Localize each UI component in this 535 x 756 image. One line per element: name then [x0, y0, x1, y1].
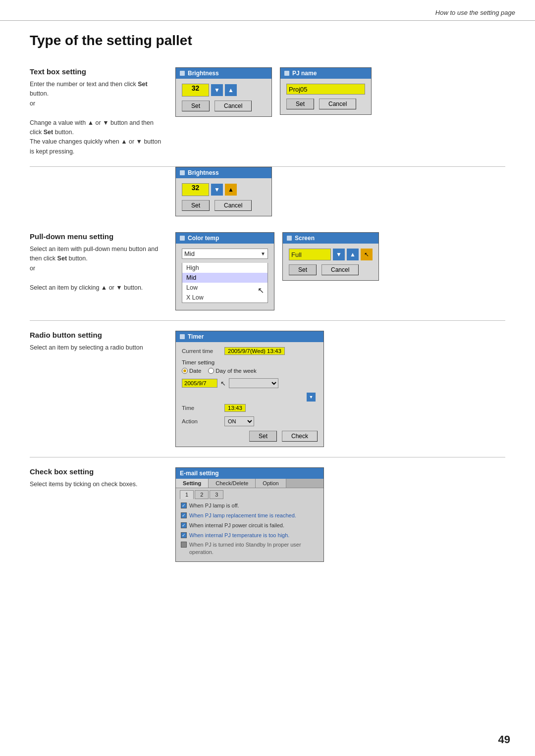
section-heading-pull-down: Pull-down menu setting — [30, 232, 163, 241]
section-checkbox: Check box setting Select items by tickin… — [30, 457, 505, 572]
brightness-down-btn-1[interactable]: ▼ — [211, 84, 223, 96]
email-sub-tab-2[interactable]: 2 — [195, 490, 209, 499]
brightness-cancel-btn-1[interactable]: Cancel — [214, 101, 252, 111]
section-screenshots-text-box: Brightness 32 ▼ ▲ Set Cancel — [175, 67, 505, 117]
colortemp-option-xlow[interactable]: X Low — [182, 293, 268, 302]
section-screenshots-checkbox: E-mail setting Setting Check/Delete Opti… — [175, 467, 505, 562]
email-tab-setting[interactable]: Setting — [176, 479, 209, 488]
screen-widget: Screen Full ▼ ▲ ↖ Set C — [282, 232, 379, 281]
brightness-cancel-btn-2[interactable]: Cancel — [214, 200, 252, 211]
checkbox-text-2: When internal PJ power circuit is failed… — [189, 522, 319, 529]
timer-current-label: Current time — [182, 348, 221, 354]
section-screenshots-radio: Timer Current time 2005/9/7(Wed) 13:43 T… — [175, 331, 505, 447]
screen-cancel-btn[interactable]: Cancel — [321, 264, 359, 275]
screen-row: Full ▼ ▲ ↖ — [289, 249, 373, 260]
checkbox-0[interactable] — [181, 503, 187, 508]
checkbox-row-0: When PJ lamp is off. — [181, 502, 319, 509]
timer-body: Current time 2005/9/7(Wed) 13:43 Timer s… — [176, 342, 323, 447]
timer-radio-date[interactable]: Date — [182, 368, 201, 374]
main-content: Text box setting Enter the number or tex… — [0, 57, 535, 592]
brightness-btn-row-2: Set Cancel — [182, 200, 266, 211]
screen-box: Screen Full ▼ ▲ ↖ Set C — [282, 232, 379, 281]
pjname-input[interactable]: Proj05 — [286, 84, 365, 95]
brightness-body-1: 32 ▼ ▲ Set Cancel — [176, 79, 271, 116]
screen-set-btn[interactable]: Set — [289, 264, 317, 275]
timer-time-label: Time — [182, 405, 221, 411]
screen-up-btn[interactable]: ▲ — [347, 249, 359, 260]
timer-box: Timer Current time 2005/9/7(Wed) 13:43 T… — [175, 331, 324, 447]
timer-radio-date-label: Date — [189, 368, 201, 374]
timer-day-select[interactable] — [229, 378, 278, 388]
timer-current-value: 2005/9/7(Wed) 13:43 — [224, 347, 285, 355]
pjname-cancel-btn[interactable]: Cancel — [319, 99, 356, 109]
timer-time-row: Time 13:43 — [182, 404, 318, 412]
timer-set-btn[interactable]: Set — [249, 431, 277, 442]
timer-action-select[interactable]: ON — [224, 416, 254, 426]
email-box: E-mail setting Setting Check/Delete Opti… — [175, 467, 324, 562]
brightness-titlebar-icon-1 — [180, 71, 185, 76]
checkbox-2[interactable] — [181, 522, 187, 528]
section-radio: Radio button setting Select an item by s… — [30, 321, 505, 457]
screen-select[interactable]: Full — [289, 249, 331, 260]
brightness-down-btn-2[interactable]: ▼ — [211, 184, 223, 196]
brightness-widget-1: Brightness 32 ▼ ▲ Set Cancel — [175, 67, 272, 117]
checkbox-4[interactable] — [181, 542, 187, 548]
checkbox-3[interactable] — [181, 532, 187, 538]
page-header: How to use the setting page — [0, 0, 535, 21]
screen-dropdown-btn[interactable]: ▼ — [333, 249, 345, 260]
colortemp-dropdown-selected[interactable]: Mid ▼ — [182, 249, 268, 259]
colortemp-option-high[interactable]: High — [182, 263, 268, 273]
email-sub-tab-1[interactable]: 1 — [180, 490, 194, 499]
brightness-widget-2: Brightness 32 ▼ ▲ Set Cancel — [175, 167, 272, 216]
checkbox-1[interactable] — [181, 512, 187, 518]
brightness-titlebar-icon-2 — [180, 170, 185, 175]
brightness-set-btn-2[interactable]: Set — [182, 200, 210, 211]
brightness-box-1: Brightness 32 ▼ ▲ Set Cancel — [175, 67, 272, 117]
timer-small-down-btn[interactable]: ▼ — [307, 393, 316, 402]
pjname-title: PJ name — [292, 70, 317, 77]
pjname-body: Proj05 Set Cancel — [280, 79, 371, 114]
email-sub-tab-3[interactable]: 3 — [210, 490, 223, 499]
email-tab-checkdelete[interactable]: Check/Delete — [209, 479, 256, 488]
timer-radio-date-circle[interactable] — [182, 368, 188, 374]
email-sub-tabs: 1 2 3 — [180, 490, 320, 499]
pjname-widget: PJ name Proj05 Set Cancel — [280, 67, 372, 115]
screen-cursor-btn[interactable]: ↖ — [361, 249, 373, 260]
checkbox-text-4: When PJ is turned into Standby In proper… — [189, 541, 319, 556]
checkbox-row-2: When internal PJ power circuit is failed… — [181, 522, 319, 529]
brightness-up-btn-1[interactable]: ▲ — [225, 84, 237, 96]
timer-titlebar: Timer — [176, 331, 323, 342]
email-tab-option[interactable]: Option — [256, 479, 286, 488]
brightness-value-2[interactable]: 32 — [182, 183, 209, 196]
timer-title: Timer — [188, 333, 204, 340]
brightness-up-btn-2[interactable]: ▲ — [225, 184, 237, 196]
timer-date-cursor: ↖ — [220, 380, 226, 387]
colortemp-selected-label: Mid — [184, 250, 259, 257]
section-heading-text-box: Text box setting — [30, 67, 163, 76]
colortemp-option-mid[interactable]: Mid — [182, 273, 268, 283]
timer-radio-day-circle[interactable] — [208, 368, 214, 374]
timer-date-input[interactable] — [182, 379, 217, 388]
section-left-text-box: Text box setting Enter the number or tex… — [30, 67, 163, 156]
brightness-title-1: Brightness — [188, 70, 219, 77]
timer-radio-day[interactable]: Day of the week — [208, 368, 256, 374]
timer-action-label: Action — [182, 418, 221, 424]
email-widget: E-mail setting Setting Check/Delete Opti… — [175, 467, 324, 562]
colortemp-option-low[interactable]: Low — [182, 283, 268, 293]
brightness-set-btn-1[interactable]: Set — [182, 101, 210, 111]
colortemp-dropdown-list: High Mid Low X Low — [182, 263, 268, 303]
timer-current-row: Current time 2005/9/7(Wed) 13:43 — [182, 347, 318, 355]
header-italic: How to use the setting page — [435, 9, 515, 16]
checkbox-row-3: When internal PJ temperature is too high… — [181, 532, 319, 539]
checkbox-text-3: When internal PJ temperature is too high… — [189, 532, 319, 539]
brightness-box-2: Brightness 32 ▼ ▲ Set Cancel — [175, 167, 272, 216]
colortemp-box: Color temp Mid ▼ High Mid Low — [175, 232, 274, 310]
email-body: When PJ lamp is off. When PJ lamp replac… — [176, 499, 323, 561]
brightness-screenshot-col-1: Brightness 32 ▼ ▲ Set Cancel — [175, 67, 272, 117]
timer-check-btn[interactable]: Check — [282, 431, 318, 442]
colortemp-titlebar-icon — [180, 236, 185, 241]
pjname-btn-row: Set Cancel — [286, 99, 365, 109]
pjname-set-btn[interactable]: Set — [286, 99, 314, 109]
screen-body: Full ▼ ▲ ↖ Set Cancel — [283, 244, 378, 280]
brightness-value-1[interactable]: 32 — [182, 84, 209, 97]
